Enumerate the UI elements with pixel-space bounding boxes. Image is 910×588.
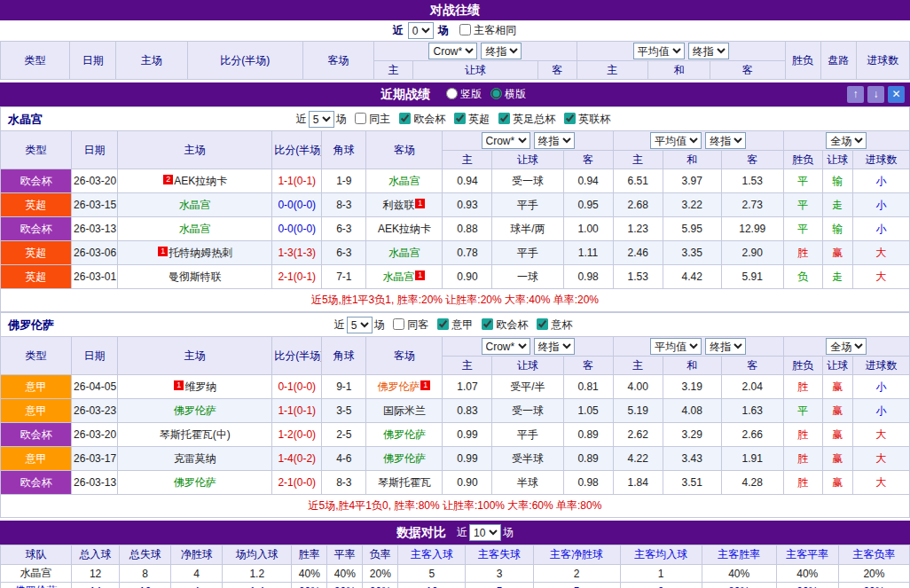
odds-time-select[interactable]: 终指 bbox=[534, 338, 575, 355]
avg-time-select[interactable]: 终指 bbox=[705, 338, 746, 355]
total-goals: 14 bbox=[72, 583, 120, 588]
league-checkbox[interactable] bbox=[537, 318, 548, 330]
odds-away: 0.94 bbox=[563, 169, 613, 193]
league-checkbox[interactable] bbox=[482, 318, 493, 330]
h2h-col-type: 类型 bbox=[1, 42, 70, 80]
col-result: 胜负 bbox=[783, 357, 822, 375]
score-cell: 1-2(0-0) bbox=[272, 423, 322, 447]
team2-count-select[interactable]: 5 bbox=[347, 317, 373, 333]
scope-group: 全场 bbox=[783, 337, 909, 357]
avg-source-select[interactable]: 平均值 bbox=[650, 132, 702, 149]
score-cell: 1-1(0-1) bbox=[272, 169, 322, 193]
team1-same-home-checkbox[interactable] bbox=[355, 113, 366, 124]
goals-overunder: 大 bbox=[875, 476, 886, 489]
goals-cell: 小 bbox=[852, 375, 909, 399]
odds-source-select[interactable]: Crow* bbox=[482, 132, 530, 149]
league-filter[interactable]: 意甲 bbox=[435, 318, 473, 331]
move-down-button[interactable]: ↓ bbox=[867, 86, 884, 103]
match-row: 欧会杯 26-03-13 水晶宫 0-0(0-0) 6-3 AEK拉纳卡 0.8… bbox=[1, 217, 910, 241]
result-cell: 胜 bbox=[783, 375, 822, 399]
league-type-badge: 欧会杯 bbox=[1, 423, 71, 446]
league-filter[interactable]: 意杯 bbox=[535, 318, 572, 331]
team1-rows: 欧会杯 26-03-20 2AEK拉纳卡 1-1(0-1) 1-9 水晶宫 0.… bbox=[1, 169, 910, 289]
match-date: 26-03-13 bbox=[72, 471, 118, 495]
league-type-badge: 欧会杯 bbox=[1, 217, 71, 240]
team1-count-select[interactable]: 5 bbox=[309, 111, 334, 128]
away-team-cell: 水晶宫 bbox=[366, 241, 443, 265]
col-home-win: 主 bbox=[443, 151, 492, 169]
away-card-badge: 1 bbox=[415, 199, 425, 208]
odds-away: 0.81 bbox=[563, 375, 613, 399]
horizontal-layout-label: 横版 bbox=[505, 88, 526, 100]
league-type-cell: 英超 bbox=[1, 265, 72, 289]
move-up-button[interactable]: ↑ bbox=[847, 86, 864, 103]
col-result: 胜负 bbox=[783, 151, 822, 169]
league-checkbox[interactable] bbox=[498, 113, 510, 124]
col-date: 日期 bbox=[72, 131, 118, 169]
away-team-name: 水晶宫 bbox=[388, 175, 420, 187]
odds-time-select[interactable]: 终指 bbox=[481, 43, 522, 59]
corners: 2-5 bbox=[322, 423, 366, 447]
league-filter[interactable]: 欧会杯 bbox=[480, 318, 528, 331]
league-checkbox[interactable] bbox=[454, 113, 466, 124]
col-away: 客场 bbox=[366, 131, 443, 169]
result: 胜 bbox=[797, 452, 808, 465]
league-filter[interactable]: 欧会杯 bbox=[397, 113, 445, 125]
avg-time-select[interactable]: 终指 bbox=[705, 132, 746, 149]
goals-cell: 大 bbox=[852, 447, 909, 471]
league-type-cell: 欧会杯 bbox=[1, 423, 72, 447]
h2h-count-select[interactable]: 0 bbox=[408, 22, 434, 39]
score: 1-3(1-3) bbox=[278, 247, 316, 259]
avg-source-select[interactable]: 平均值 bbox=[633, 43, 685, 59]
league-filter[interactable]: 英超 bbox=[452, 113, 490, 125]
avg-away: 12.99 bbox=[721, 217, 783, 241]
same-home-away-checkbox[interactable] bbox=[459, 24, 471, 35]
odds-away: 0.98 bbox=[563, 265, 613, 289]
avg-source-select[interactable]: 平均值 bbox=[650, 338, 702, 355]
scope-select[interactable]: 全场 bbox=[826, 132, 867, 149]
layout-option-horizontal[interactable]: 横版 bbox=[489, 87, 526, 102]
compare-column-header: 球队 bbox=[1, 545, 72, 565]
horizontal-layout-radio[interactable] bbox=[490, 88, 502, 99]
league-checkbox[interactable] bbox=[399, 113, 411, 124]
same-home-away-filter[interactable]: 主客相同 bbox=[458, 24, 516, 36]
compare-team-name: 水晶宫 bbox=[1, 565, 72, 583]
handicap-result: 输 bbox=[832, 175, 843, 187]
league-filter[interactable]: 英联杯 bbox=[562, 113, 610, 125]
match-row: 意甲 26-03-23 佛罗伦萨 1-1(0-1) 3-5 国际米兰 0.83 … bbox=[1, 399, 910, 423]
avg-away: 2.90 bbox=[721, 241, 783, 265]
team2-same-away-checkbox[interactable] bbox=[393, 318, 404, 330]
home-team-cell: 1托特纳姆热刺 bbox=[118, 241, 272, 265]
league-type-cell: 意甲 bbox=[1, 399, 72, 423]
col-avg-draw: 和 bbox=[663, 151, 721, 169]
odds-handicap: 受平/半 bbox=[492, 375, 563, 399]
odds-handicap: 球半/两 bbox=[492, 217, 563, 241]
away-team-cell: 国际米兰 bbox=[366, 399, 443, 423]
ha-goals-per-match: 2 bbox=[620, 583, 702, 588]
league-checkbox[interactable] bbox=[564, 113, 576, 124]
vertical-layout-radio[interactable] bbox=[446, 88, 458, 99]
layout-option-vertical[interactable]: 竖版 bbox=[444, 87, 482, 102]
scope-select[interactable]: 全场 bbox=[826, 338, 867, 355]
odds-source-select[interactable]: Crow* bbox=[482, 338, 530, 355]
close-button[interactable]: ✕ bbox=[888, 86, 905, 103]
ha-loss-rate: 20% bbox=[838, 565, 909, 583]
team1-same-home-filter[interactable]: 同主 bbox=[353, 113, 390, 125]
odds-source-select[interactable]: Crow* bbox=[428, 43, 477, 59]
league-checkbox[interactable] bbox=[437, 318, 449, 330]
handicap-result: 走 bbox=[832, 199, 843, 211]
home-team-name: 维罗纳 bbox=[184, 380, 216, 393]
team2-same-away-filter[interactable]: 同客 bbox=[391, 318, 428, 331]
league-filter[interactable]: 英足总杯 bbox=[497, 113, 555, 125]
odds-handicap: 平手 bbox=[492, 423, 563, 447]
away-team-name: 国际米兰 bbox=[383, 404, 426, 417]
match-row: 欧会杯 26-03-13 佛罗伦萨 2-1(0-0) 8-3 琴斯托霍瓦 0.9… bbox=[1, 471, 910, 495]
total-conceded: 10 bbox=[120, 583, 171, 588]
compare-count-select[interactable]: 10 bbox=[469, 524, 501, 541]
avg-time-select[interactable]: 终指 bbox=[688, 43, 729, 59]
handicap-result-cell: 输 bbox=[822, 217, 852, 241]
home-team-cell: 水晶宫 bbox=[118, 217, 272, 241]
odds-time-select[interactable]: 终指 bbox=[534, 132, 575, 149]
score: 0-0(0-0) bbox=[278, 223, 316, 235]
team1-results-table: 类型 日期 主场 比分(半场) 角球 客场 Crow*终指 平均值终指 全场 主… bbox=[0, 130, 910, 312]
